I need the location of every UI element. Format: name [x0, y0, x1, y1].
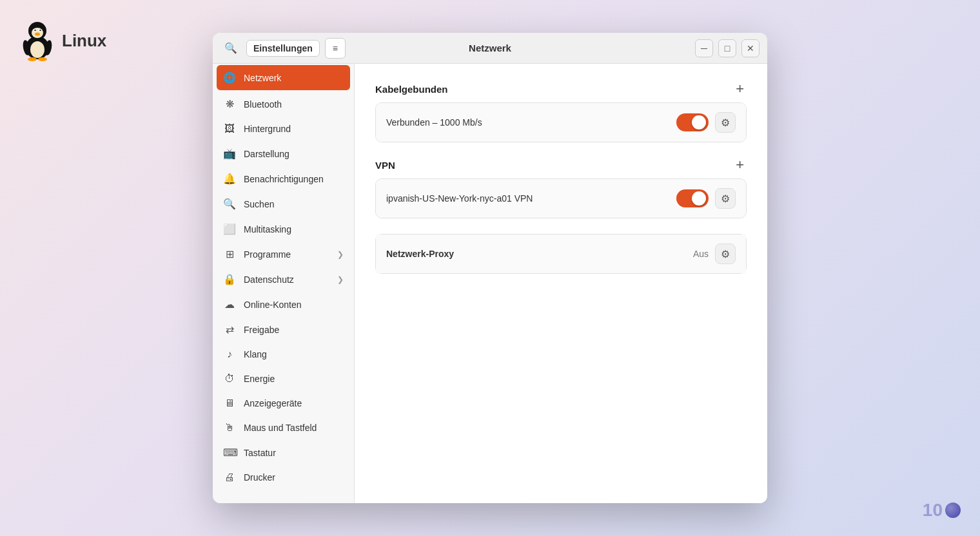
- add-kabelgebunden-button[interactable]: +: [733, 82, 747, 96]
- sidebar-item-drucker[interactable]: 🖨Drucker: [213, 465, 354, 490]
- section-header-kabelgebunden: Kabelgebunden +: [375, 82, 747, 96]
- multitasking-icon: ⬜: [223, 223, 236, 235]
- drucker-label: Drucker: [244, 472, 344, 483]
- section-proxy: Netzwerk-Proxy Aus ⚙: [375, 234, 747, 274]
- verbunden-label: Verbunden – 1000 Mb/s: [386, 117, 676, 128]
- svg-point-1: [30, 41, 44, 58]
- suchen-icon: 🔍: [223, 198, 236, 210]
- verbunden-settings-button[interactable]: ⚙: [715, 112, 736, 133]
- search-button[interactable]: 🔍: [220, 38, 241, 59]
- app-name-label: Einstellungen: [246, 40, 320, 57]
- linux-label: Linux: [62, 31, 106, 51]
- sidebar-item-online-konten[interactable]: ☁Online-Konten: [213, 292, 354, 317]
- sidebar-item-darstellung[interactable]: 📺Darstellung: [213, 141, 354, 166]
- proxy-settings-button[interactable]: ⚙: [715, 244, 736, 264]
- anzeigegeraete-icon: 🖥: [223, 397, 236, 409]
- minimize-button[interactable]: ─: [695, 39, 713, 57]
- sidebar-item-energie[interactable]: ⏱Energie: [213, 367, 354, 391]
- sidebar-item-multitasking[interactable]: ⬜Multitasking: [213, 216, 354, 242]
- proxy-label: Netzwerk-Proxy: [386, 249, 693, 259]
- proxy-card: Netzwerk-Proxy Aus ⚙: [375, 234, 747, 274]
- card-row-vpn: ipvanish-US-New-York-nyc-a01 VPN ⚙: [376, 179, 746, 218]
- sidebar-item-programme[interactable]: ⊞Programme❯: [213, 242, 354, 267]
- version-number: 10: [923, 500, 943, 521]
- titlebar-left: 🔍 Einstellungen ≡: [220, 38, 346, 59]
- datenschutz-icon: 🔒: [223, 273, 236, 285]
- vpn-toggle[interactable]: [676, 189, 709, 207]
- tastatur-label: Tastatur: [244, 448, 344, 458]
- section-header-vpn: VPN +: [375, 158, 747, 172]
- sidebar-item-datenschutz[interactable]: 🔒Datenschutz❯: [213, 267, 354, 292]
- programme-label: Programme: [244, 249, 329, 260]
- sidebar-item-benachrichtigungen[interactable]: 🔔Benachrichtigungen: [213, 166, 354, 191]
- sidebar-item-netzwerk[interactable]: 🌐Netzwerk: [217, 65, 350, 90]
- card-row-verbunden: Verbunden – 1000 Mb/s ⚙: [376, 103, 746, 142]
- programme-chevron-icon: ❯: [337, 250, 344, 259]
- window-title: Netzwerk: [469, 43, 511, 53]
- tux-icon: [19, 19, 55, 62]
- section-title-vpn: VPN: [375, 160, 395, 171]
- energie-label: Energie: [244, 374, 344, 384]
- section-title-kabelgebunden: Kabelgebunden: [375, 84, 448, 95]
- freigabe-label: Freigabe: [244, 325, 344, 335]
- sidebar-item-freigabe[interactable]: ⇄Freigabe: [213, 317, 354, 342]
- suchen-label: Suchen: [244, 199, 344, 209]
- sidebar-item-maus-tastfeld[interactable]: 🖱Maus und Tastfeld: [213, 416, 354, 440]
- sidebar-item-tastatur[interactable]: ⌨Tastatur: [213, 440, 354, 465]
- datenschutz-chevron-icon: ❯: [337, 275, 344, 284]
- darstellung-icon: 📺: [223, 148, 236, 160]
- sidebar-item-anzeigegeraete[interactable]: 🖥Anzeigegeräte: [213, 391, 354, 416]
- menu-button[interactable]: ≡: [325, 38, 346, 59]
- sidebar-item-klang[interactable]: ♪Klang: [213, 342, 354, 367]
- svg-point-10: [38, 57, 47, 61]
- svg-point-7: [39, 30, 41, 31]
- netzwerk-label: Netzwerk: [244, 73, 344, 83]
- close-button[interactable]: ✕: [741, 39, 760, 57]
- main-content: Kabelgebunden + Verbunden – 1000 Mb/s ⚙ …: [355, 64, 767, 503]
- benachrichtigungen-icon: 🔔: [223, 173, 236, 185]
- benachrichtigungen-label: Benachrichtigungen: [244, 174, 344, 184]
- hintergrund-label: Hintergrund: [244, 124, 344, 134]
- maus-tastfeld-label: Maus und Tastfeld: [244, 423, 344, 433]
- verbunden-toggle[interactable]: [676, 113, 709, 131]
- klang-label: Klang: [244, 349, 344, 359]
- darstellung-label: Darstellung: [244, 149, 344, 159]
- svg-point-9: [28, 57, 37, 61]
- datenschutz-label: Datenschutz: [244, 274, 329, 285]
- section-vpn: VPN + ipvanish-US-New-York-nyc-a01 VPN ⚙: [375, 158, 747, 218]
- svg-point-8: [35, 33, 40, 36]
- sidebar-item-bluetooth[interactable]: ❋Bluetooth: [213, 91, 354, 117]
- settings-window: 🔍 Einstellungen ≡ Netzwerk ─ □ ✕ 🌐Netzwe…: [213, 33, 767, 503]
- klang-icon: ♪: [223, 349, 236, 360]
- add-vpn-button[interactable]: +: [733, 158, 747, 172]
- freigabe-icon: ⇄: [223, 323, 236, 336]
- drucker-icon: 🖨: [223, 472, 236, 483]
- online-konten-icon: ☁: [223, 298, 236, 311]
- card-verbunden: Verbunden – 1000 Mb/s ⚙: [375, 102, 747, 142]
- bluetooth-icon: ❋: [223, 98, 236, 110]
- section-kabelgebunden: Kabelgebunden + Verbunden – 1000 Mb/s ⚙: [375, 82, 747, 142]
- netzwerk-icon: 🌐: [223, 72, 236, 84]
- version-badge: 10: [923, 500, 961, 521]
- maus-tastfeld-icon: 🖱: [223, 422, 236, 434]
- bluetooth-label: Bluetooth: [244, 99, 344, 110]
- tastatur-icon: ⌨: [223, 446, 236, 459]
- version-circle-icon: [945, 503, 961, 518]
- proxy-row: Netzwerk-Proxy Aus ⚙: [376, 235, 746, 273]
- vpn-settings-button[interactable]: ⚙: [715, 188, 736, 209]
- proxy-status: Aus: [693, 249, 709, 259]
- multitasking-label: Multitasking: [244, 224, 344, 235]
- window-body: 🌐Netzwerk❋Bluetooth🖼Hintergrund📺Darstell…: [213, 64, 767, 503]
- titlebar: 🔍 Einstellungen ≡ Netzwerk ─ □ ✕: [213, 33, 767, 64]
- sidebar: 🌐Netzwerk❋Bluetooth🖼Hintergrund📺Darstell…: [213, 64, 355, 503]
- sidebar-item-suchen[interactable]: 🔍Suchen: [213, 191, 354, 216]
- online-konten-label: Online-Konten: [244, 300, 344, 310]
- svg-point-6: [34, 30, 35, 31]
- maximize-button[interactable]: □: [718, 39, 736, 57]
- programme-icon: ⊞: [223, 248, 236, 260]
- energie-icon: ⏱: [223, 373, 236, 385]
- card-vpn: ipvanish-US-New-York-nyc-a01 VPN ⚙: [375, 178, 747, 218]
- window-controls: ─ □ ✕: [695, 39, 760, 57]
- sidebar-item-hintergrund[interactable]: 🖼Hintergrund: [213, 117, 354, 141]
- hintergrund-icon: 🖼: [223, 123, 236, 135]
